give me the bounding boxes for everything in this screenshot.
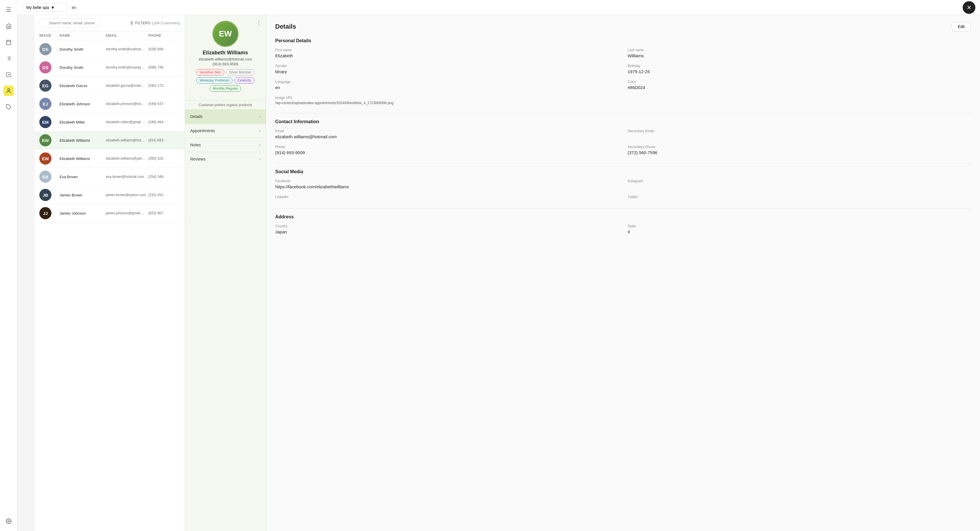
table-row[interactable]: EB Eva Brown eva.brown@hotmail.com (254)… — [35, 168, 185, 186]
table-row[interactable]: EW Elizabeth Williams elizabeth.williams… — [35, 131, 185, 150]
customer-email: eva.brown@hotmail.com — [106, 175, 148, 179]
phone-field: Phone (914) 693-9509 — [275, 145, 618, 155]
secondary-phone-field: Secondary Phone (372) 560-7596 — [628, 145, 971, 155]
state-value: II — [628, 230, 971, 234]
profile-panel: ⋮ EW Elizabeth Williams elizabeth.willia… — [185, 15, 266, 531]
customer-phone: (540) 172- — [148, 84, 180, 88]
chevron-right-icon: › — [259, 157, 261, 161]
filters-label: FILTERS — [135, 21, 151, 25]
table-header: IMAGE NAME EMAIL PHONE — [35, 31, 185, 40]
profile-menu-button[interactable]: ⋮ — [256, 19, 262, 26]
menu-icon[interactable]: ☰ — [3, 5, 14, 15]
filter-icon: ☰ — [130, 21, 134, 25]
top-bar: My belle spa ▼ en ✕ — [18, 0, 980, 15]
profile-nav: Details›Appointments›Notes›Reviews› — [185, 109, 266, 531]
spa-name: My belle spa — [26, 5, 49, 10]
checklist-icon[interactable] — [3, 69, 14, 80]
state-label: State — [628, 224, 971, 228]
first-name-field: First name Elizabeth — [275, 48, 618, 58]
filter-button[interactable]: ☰ FILTERS (104 Customers) — [130, 21, 180, 25]
nav-label: Appointments — [190, 128, 215, 133]
customer-name: Dorothy Smith — [60, 65, 106, 70]
table-row[interactable]: JJ James Johnson james.johnson@gmail.com… — [35, 204, 185, 222]
settings-icon[interactable] — [3, 516, 14, 526]
tasks-icon[interactable] — [3, 53, 14, 64]
color-label: Color — [628, 80, 971, 84]
home-icon[interactable] — [3, 21, 14, 31]
profile-note: Customer prefers organic products — [185, 100, 266, 109]
customer-name: Elizabeth Williams — [60, 156, 106, 161]
customer-name: Elizabeth Williams — [60, 138, 106, 143]
tags-icon[interactable] — [3, 102, 14, 112]
country-field: Country Japan — [275, 224, 618, 234]
instagram-label: Instagram — [628, 179, 971, 183]
social-media-grid: Facebook https://facebook.com/elizabethw… — [275, 179, 971, 200]
first-name-value: Elizabeth — [275, 53, 618, 58]
email-field: Email elizabeth.williams@hotmail.com — [275, 129, 618, 139]
nav-item-notes[interactable]: Notes› — [185, 138, 266, 152]
col-image: IMAGE — [39, 33, 60, 38]
nav-label: Notes — [190, 143, 201, 147]
svg-point-12 — [8, 521, 9, 522]
color-value: #86D024 — [628, 85, 971, 90]
avatar: JJ — [39, 207, 60, 219]
social-media-title: Social Media — [275, 169, 971, 174]
gender-value: binary — [275, 69, 618, 74]
color-field: Color #86D024 — [628, 80, 971, 90]
chevron-right-icon: › — [259, 128, 261, 133]
edit-button[interactable]: Edit — [952, 22, 971, 31]
customer-phone: (696) 739- — [148, 65, 180, 69]
table-row[interactable]: EJ Elizabeth Johnson elizabeth.johnson@h… — [35, 95, 185, 113]
nav-item-appointments[interactable]: Appointments› — [185, 123, 266, 138]
table-row[interactable]: EM Elizabeth Miller elizabeth.miller@gma… — [35, 113, 185, 131]
birthday-field: Birthday 1975-12-25 — [628, 64, 971, 74]
col-phone: PHONE — [148, 33, 180, 38]
profile-tag: Silver Member — [226, 69, 255, 75]
table-row[interactable]: JB James Brown james.brown@yahoo.com (23… — [35, 186, 185, 204]
address-title: Address — [275, 214, 971, 220]
nav-item-reviews[interactable]: Reviews› — [185, 152, 266, 166]
address-section: Address Country Japan State II — [275, 214, 971, 234]
contact-info-title: Contact Information — [275, 119, 971, 124]
customer-email: elizabeth.miller@gmail.com — [106, 120, 148, 124]
chevron-right-icon: › — [259, 114, 261, 119]
profile-phone: (914) 693-9509 — [189, 62, 261, 66]
profile-tag: Weekday Preferred — [196, 77, 232, 84]
nav-label: Details — [190, 114, 203, 119]
customer-rows: DS Dorothy Smith dorothy.smith@outlook.c… — [35, 40, 185, 531]
close-button[interactable]: ✕ — [963, 1, 975, 14]
table-row[interactable]: DS Dorothy Smith dorothy.smith@example.c… — [35, 58, 185, 77]
table-row[interactable]: EW Elizabeth Williams elizabeth.williams… — [35, 150, 185, 168]
instagram-field: Instagram — [628, 179, 971, 189]
search-wrap: 🔍 — [39, 19, 127, 27]
customer-phone: (350) 322- — [148, 156, 180, 161]
table-row[interactable]: EG Elizabeth Garcia elizabeth.garcia@out… — [35, 77, 185, 95]
calendar-icon[interactable] — [3, 37, 14, 48]
image-url-field: Image URL /wp-content/uploads/alex-appoi… — [275, 96, 971, 105]
table-row[interactable]: DS Dorothy Smith dorothy.smith@outlook.c… — [35, 40, 185, 58]
gender-label: Gender — [275, 64, 618, 68]
secondary-phone-label: Secondary Phone — [628, 145, 971, 149]
customer-count: (104 Customers) — [152, 21, 180, 25]
customer-email: dorothy.smith@outlook.com — [106, 47, 148, 51]
first-name-label: First name — [275, 48, 618, 52]
col-name: NAME — [60, 33, 106, 38]
spa-selector[interactable]: My belle spa ▼ — [22, 3, 68, 12]
avatar: EW — [39, 134, 60, 146]
nav-item-details[interactable]: Details› — [185, 109, 266, 123]
customer-phone: (232) 451- — [148, 193, 180, 197]
email-value: elizabeth.williams@hotmail.com — [275, 134, 618, 139]
customer-name: Dorothy Smith — [60, 47, 106, 51]
social-media-section: Social Media Facebook https://facebook.c… — [275, 169, 971, 200]
address-grid: Country Japan State II — [275, 224, 971, 234]
dropdown-icon: ▼ — [51, 5, 55, 10]
avatar: EG — [39, 80, 60, 92]
customer-email: james.johnson@gmail.com — [106, 211, 148, 215]
profile-tags: Sensitive SkinSilver MemberWeekday Prefe… — [189, 69, 261, 92]
col-email: EMAIL — [106, 33, 148, 38]
secondary-email-label: Secondary Email — [628, 129, 971, 133]
contacts-icon[interactable] — [3, 86, 14, 96]
search-input[interactable] — [39, 19, 102, 27]
customer-email: elizabeth.garcia@outlook.c... — [106, 84, 148, 88]
details-header: Details Edit — [275, 22, 971, 31]
